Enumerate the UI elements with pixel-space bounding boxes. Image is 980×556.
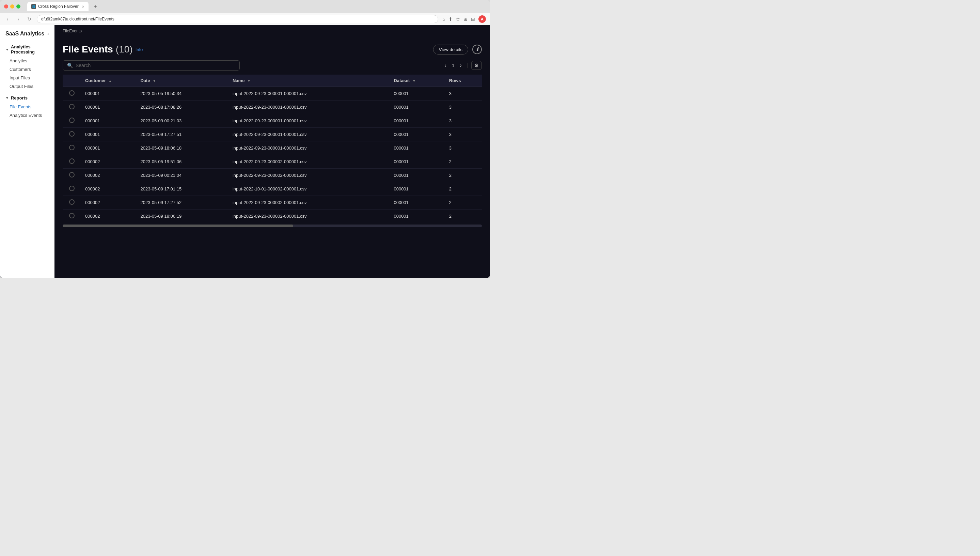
sidebar-section-reports: ▼ Reports File Events Analytics Events	[0, 93, 55, 120]
zoom-icon[interactable]: ⌕	[442, 16, 445, 22]
table-scrollbar-thumb	[63, 225, 293, 227]
view-details-button[interactable]: View details	[433, 45, 468, 55]
table-row[interactable]: 000002 2023-05-09 00:21:04 input-2022-09…	[63, 169, 482, 182]
customer-sort-icon[interactable]: ▲	[108, 79, 112, 83]
page-title: File Events (10) Info	[63, 44, 143, 55]
close-button[interactable]	[4, 5, 8, 8]
info-link[interactable]: Info	[135, 47, 143, 52]
row-name: input-2022-09-23-000001-000001.csv	[229, 141, 390, 155]
sidebar-item-file-events[interactable]: File Events	[0, 103, 55, 111]
row-customer: 000001	[81, 114, 136, 128]
share-icon[interactable]: ⬆	[448, 16, 453, 22]
row-name: input-2022-09-23-000002-000001.csv	[229, 169, 390, 182]
row-date: 2023-05-05 19:51:06	[136, 155, 229, 169]
next-page-button[interactable]: ›	[457, 61, 464, 70]
th-date[interactable]: Date ▼	[136, 74, 229, 87]
row-name: input-2022-09-23-000001-000001.csv	[229, 100, 390, 114]
row-dataset: 000001	[390, 196, 445, 210]
pagination: ‹ 1 › | ⚙	[442, 61, 482, 70]
row-radio-button[interactable]	[69, 118, 74, 123]
sidebar-section-analytics-processing-header[interactable]: ▼ Analytics Processing	[0, 42, 55, 57]
row-radio-button[interactable]	[69, 145, 74, 150]
row-date: 2023-05-09 00:21:03	[136, 114, 229, 128]
row-date: 2023-05-05 19:50:34	[136, 87, 229, 100]
url-bar[interactable]: dfu9f2amk87tu.cloudfront.net/FileEvents	[37, 15, 438, 23]
sidebar-toggle-icon[interactable]: ⊟	[471, 16, 475, 22]
sidebar-item-output-files[interactable]: Output Files	[0, 82, 55, 91]
sidebar-section-reports-header[interactable]: ▼ Reports	[0, 93, 55, 103]
sidebar-section-analytics-processing-label: Analytics Processing	[11, 44, 49, 55]
row-customer: 000002	[81, 182, 136, 196]
sidebar-item-analytics-events[interactable]: Analytics Events	[0, 111, 55, 120]
row-radio-button[interactable]	[69, 158, 74, 164]
row-rows: 3	[445, 141, 482, 155]
row-select-cell	[63, 169, 81, 182]
refresh-button[interactable]: ↻	[26, 16, 33, 23]
table-container: Customer ▲ Date ▼ Name ▼	[63, 74, 482, 271]
row-radio-button[interactable]	[69, 172, 74, 178]
table-row[interactable]: 000002 2023-05-09 17:01:15 input-2022-10…	[63, 182, 482, 196]
row-date: 2023-05-09 17:27:51	[136, 128, 229, 141]
row-radio-button[interactable]	[69, 90, 74, 96]
row-radio-button[interactable]	[69, 213, 74, 218]
tab-close-icon[interactable]: ✕	[82, 5, 84, 8]
dataset-sort-icon[interactable]: ▼	[413, 79, 416, 83]
extensions-icon[interactable]: ⊞	[463, 16, 467, 22]
name-sort-icon[interactable]: ▼	[247, 79, 251, 83]
table-row[interactable]: 000002 2023-05-09 18:06:19 input-2022-09…	[63, 210, 482, 223]
table-row[interactable]: 000002 2023-05-05 19:51:06 input-2022-09…	[63, 155, 482, 169]
active-tab[interactable]: 🌐 Cross Region Failover ✕	[27, 2, 89, 11]
address-bar: ‹ › ↻ dfu9f2amk87tu.cloudfront.net/FileE…	[0, 13, 490, 25]
search-box: 🔍	[63, 60, 240, 71]
fullscreen-button[interactable]	[16, 5, 21, 8]
th-name[interactable]: Name ▼	[229, 74, 390, 87]
back-button[interactable]: ‹	[4, 16, 11, 23]
table-row[interactable]: 000002 2023-05-09 17:27:52 input-2022-09…	[63, 196, 482, 210]
main-content: FileEvents File Events (10) Info View de…	[55, 25, 490, 278]
table-scrollbar[interactable]	[63, 225, 482, 227]
header-info-button[interactable]: ℹ	[472, 45, 482, 54]
sidebar-item-analytics[interactable]: Analytics	[0, 57, 55, 65]
table-row[interactable]: 000001 2023-05-05 19:50:34 input-2022-09…	[63, 87, 482, 100]
row-radio-button[interactable]	[69, 186, 74, 191]
sidebar-item-customers[interactable]: Customers	[0, 65, 55, 74]
row-name: input-2022-10-01-000002-000001.csv	[229, 182, 390, 196]
row-customer: 000002	[81, 155, 136, 169]
sidebar-section-analytics-processing: ▼ Analytics Processing Analytics Custome…	[0, 42, 55, 91]
row-date: 2023-05-09 17:27:52	[136, 196, 229, 210]
table-row[interactable]: 000001 2023-05-08 17:08:26 input-2022-09…	[63, 100, 482, 114]
row-radio-button[interactable]	[69, 131, 74, 137]
minimize-button[interactable]	[10, 5, 14, 8]
new-tab-button[interactable]: +	[91, 2, 100, 11]
tab-favicon: 🌐	[31, 4, 36, 9]
table-row[interactable]: 000001 2023-05-09 17:27:51 input-2022-09…	[63, 128, 482, 141]
prev-page-button[interactable]: ‹	[442, 61, 449, 70]
row-customer: 000001	[81, 87, 136, 100]
pagination-divider: |	[467, 62, 469, 68]
sidebar-item-input-files[interactable]: Input Files	[0, 74, 55, 82]
sidebar-header: SaaS Analytics ‹	[0, 31, 55, 42]
search-input[interactable]	[76, 63, 235, 68]
row-rows: 3	[445, 100, 482, 114]
row-select-cell	[63, 210, 81, 223]
user-avatar[interactable]: A	[479, 15, 486, 23]
row-rows: 2	[445, 196, 482, 210]
forward-button[interactable]: ›	[15, 16, 22, 23]
row-name: input-2022-09-23-000002-000001.csv	[229, 210, 390, 223]
date-sort-icon[interactable]: ▼	[153, 79, 156, 83]
sidebar-collapse-button[interactable]: ‹	[47, 31, 49, 37]
row-radio-button[interactable]	[69, 104, 74, 109]
table-header-row: Customer ▲ Date ▼ Name ▼	[63, 74, 482, 87]
sidebar-title: SaaS Analytics	[5, 31, 44, 37]
th-dataset[interactable]: Dataset ▼	[390, 74, 445, 87]
page-count: (10)	[116, 44, 133, 55]
th-rows[interactable]: Rows	[445, 74, 482, 87]
table-settings-button[interactable]: ⚙	[471, 61, 482, 70]
bookmark-icon[interactable]: ✩	[456, 16, 460, 22]
th-customer[interactable]: Customer ▲	[81, 74, 136, 87]
row-customer: 000001	[81, 141, 136, 155]
table-row[interactable]: 000001 2023-05-09 18:06:18 input-2022-09…	[63, 141, 482, 155]
row-select-cell	[63, 155, 81, 169]
row-radio-button[interactable]	[69, 199, 74, 205]
table-row[interactable]: 000001 2023-05-09 00:21:03 input-2022-09…	[63, 114, 482, 128]
